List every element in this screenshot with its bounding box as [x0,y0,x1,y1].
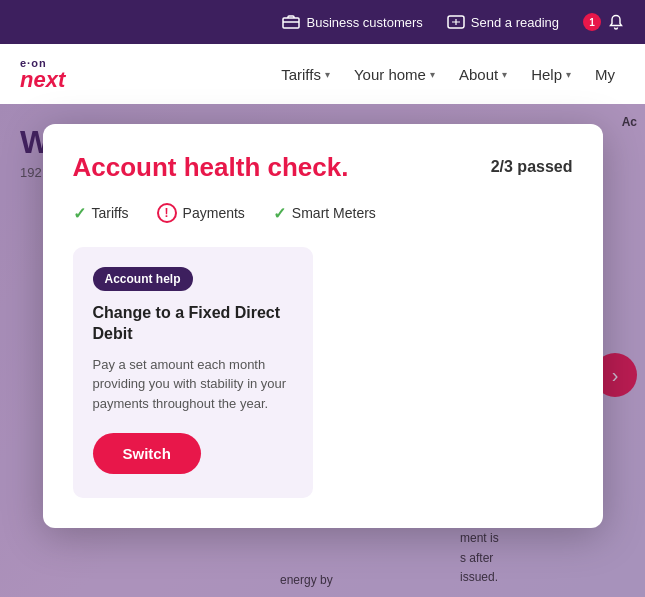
business-customers-label: Business customers [306,15,422,30]
recommendation-card: Account help Change to a Fixed Direct De… [73,247,313,498]
notification-badge: 1 [583,13,601,31]
send-reading-link[interactable]: Send a reading [447,13,559,31]
nav-about-label: About [459,66,498,83]
nav-bar: e·on next Tariffs ▾ Your home ▾ About ▾ … [0,44,645,104]
meter-icon [447,13,465,31]
nav-your-home[interactable]: Your home ▾ [344,58,445,91]
modal-backdrop: Account health check. 2/3 passed ✓ Tarif… [0,104,645,597]
nav-help-label: Help [531,66,562,83]
account-health-check-modal: Account health check. 2/3 passed ✓ Tarif… [43,124,603,528]
modal-passed-label: 2/3 passed [491,158,573,176]
nav-tariffs[interactable]: Tariffs ▾ [271,58,340,91]
check-item-smart-meters: ✓ Smart Meters [273,204,376,223]
nav-my[interactable]: My [585,58,625,91]
tariffs-check-icon: ✓ [73,204,86,223]
switch-button[interactable]: Switch [93,433,201,474]
check-tariffs-label: Tariffs [92,205,129,221]
logo-next: next [20,69,65,91]
notification-bell[interactable]: 1 [583,13,625,31]
svg-rect-0 [283,18,299,28]
check-item-tariffs: ✓ Tariffs [73,204,129,223]
tariffs-chevron-icon: ▾ [325,69,330,80]
top-bar: Business customers Send a reading 1 [0,0,645,44]
card-description: Pay a set amount each month providing yo… [93,355,293,414]
nav-about[interactable]: About ▾ [449,58,517,91]
nav-my-label: My [595,66,615,83]
help-chevron-icon: ▾ [566,69,571,80]
nav-items: Tariffs ▾ Your home ▾ About ▾ Help ▾ My [271,58,625,91]
modal-title: Account health check. [73,152,349,183]
card-badge: Account help [93,267,193,291]
card-title: Change to a Fixed Direct Debit [93,303,293,345]
business-customers-link[interactable]: Business customers [282,13,422,31]
check-payments-label: Payments [183,205,245,221]
business-icon [282,13,300,31]
send-reading-label: Send a reading [471,15,559,30]
smart-meters-check-icon: ✓ [273,204,286,223]
nav-tariffs-label: Tariffs [281,66,321,83]
logo[interactable]: e·on next [20,58,65,91]
check-smart-meters-label: Smart Meters [292,205,376,221]
bell-icon [607,13,625,31]
payments-warn-icon: ! [157,203,177,223]
check-items-row: ✓ Tariffs ! Payments ✓ Smart Meters [73,203,573,223]
nav-help[interactable]: Help ▾ [521,58,581,91]
about-chevron-icon: ▾ [502,69,507,80]
your-home-chevron-icon: ▾ [430,69,435,80]
modal-header: Account health check. 2/3 passed [73,152,573,183]
nav-your-home-label: Your home [354,66,426,83]
check-item-payments: ! Payments [157,203,245,223]
